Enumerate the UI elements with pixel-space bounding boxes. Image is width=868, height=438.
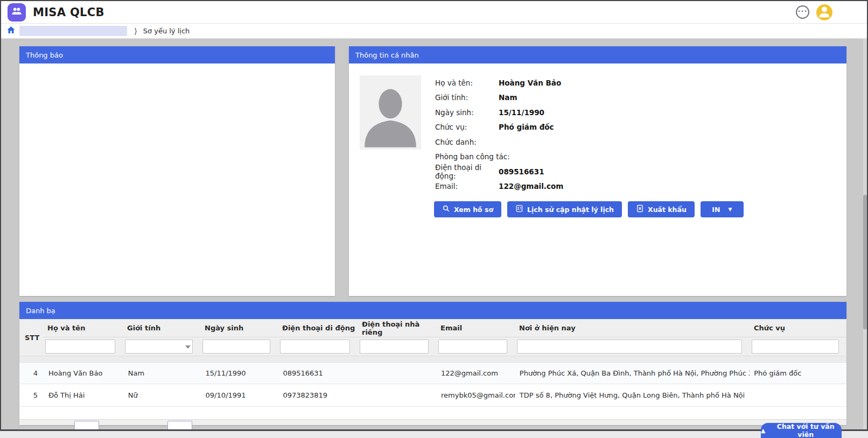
directory-panel-header: Danh bạ — [19, 302, 846, 319]
app-title: MISA QLCB — [33, 6, 104, 19]
breadcrumb-current-page: Sơ yếu lý lịch — [143, 27, 190, 35]
cell-gender: Nữ — [124, 391, 201, 399]
page-size-box[interactable] — [74, 421, 99, 430]
cell-name: Hoàng Văn Bảo — [44, 369, 124, 377]
field-value-email: 122@gmail.com — [499, 182, 563, 190]
column-header-stt: STT — [19, 319, 43, 356]
triangle-up-icon: ▲ — [761, 428, 765, 434]
personal-fields: Họ và tên:Hoàng Văn Bảo Giới tính:Nam Ng… — [435, 75, 563, 194]
field-label: Ngày sinh: — [435, 108, 499, 117]
column-header-gender: Giới tính — [123, 324, 200, 332]
cell-dob: 09/10/1991 — [201, 391, 279, 399]
page-number-box[interactable] — [167, 421, 192, 430]
ellipsis-icon: ··· — [798, 8, 808, 15]
breadcrumb-separator: ⟩ — [134, 26, 137, 36]
top-bar: MISA QLCB ··· — [1, 1, 867, 24]
cell-position: Phó giám đốc — [750, 369, 846, 377]
personal-actions: Xem hồ sơ Lịch sử cập nhật lý lịch — [434, 201, 744, 217]
content-area: Thông báo Thông tin cá nhân Họ v — [1, 39, 867, 429]
mobile-filter-input[interactable] — [280, 340, 350, 354]
personal-info-panel: Thông tin cá nhân Họ và tên:Hoàng Văn Bả… — [349, 46, 846, 296]
vertical-scrollbar[interactable] — [863, 39, 867, 429]
print-button[interactable]: IN ▼ — [701, 201, 744, 217]
column-header-home-phone: Điện thoại nhà riêng — [358, 320, 436, 336]
update-history-button[interactable]: Lịch sử cập nhật lý lịch — [507, 201, 622, 217]
app-window: MISA QLCB ··· ⟩ Sơ yếu lý lịch — [0, 0, 868, 431]
notifications-panel-header: Thông báo — [19, 46, 335, 63]
field-label: Giới tính: — [435, 93, 499, 102]
field-value-position: Phó giám đốc — [499, 123, 554, 131]
breadcrumb-organization[interactable] — [19, 26, 127, 36]
column-header-email: Email — [436, 324, 515, 332]
table-row[interactable]: 4 Hoàng Văn Bảo Nam 15/11/1990 089516631… — [19, 363, 846, 384]
view-profile-button[interactable]: Xem hồ sơ — [434, 201, 501, 217]
more-menu-button[interactable]: ··· — [796, 5, 809, 19]
export-button[interactable]: Xuất khẩu — [628, 201, 695, 217]
cell-name: Đỗ Thị Hải — [44, 391, 124, 399]
breadcrumb: ⟩ Sơ yếu lý lịch — [1, 24, 867, 39]
table-gap-strip — [19, 356, 846, 363]
position-filter-input[interactable] — [752, 340, 839, 354]
dob-filter-input[interactable] — [202, 340, 270, 354]
column-header-name: Họ và tên — [43, 324, 123, 332]
people-icon — [11, 5, 23, 19]
personal-info-panel-header: Thông tin cá nhân — [349, 46, 846, 63]
cell-dob: 15/11/1990 — [201, 369, 279, 377]
field-value-mobile: 089516631 — [499, 167, 544, 176]
field-label: Phòng ban công tác: — [435, 152, 521, 161]
field-label: Chức danh: — [435, 138, 499, 146]
email-filter-input[interactable] — [438, 340, 507, 354]
cell-address: Phường Phúc Xá, Quận Ba Đình, Thành phố … — [515, 369, 750, 377]
field-value-gender: Nam — [499, 93, 517, 102]
field-value-name: Hoàng Văn Bảo — [499, 79, 561, 87]
user-avatar[interactable] — [816, 4, 832, 20]
table-row[interactable]: 5 Đỗ Thị Hải Nữ 09/10/1991 0973823819 re… — [19, 384, 846, 407]
cell-mobile: 0973823819 — [278, 391, 358, 399]
column-header-address: Nơi ở hiện nay — [515, 324, 750, 332]
app-logo — [8, 3, 26, 22]
column-header-dob: Ngày sinh — [200, 324, 278, 332]
directory-table-header: STT Họ và tên Giới tính Ngày sinh Điện t… — [19, 319, 846, 356]
directory-panel: Danh bạ STT Họ và tên Giới tính Ngày sin… — [19, 302, 846, 425]
pagination-strip — [19, 419, 846, 425]
address-filter-input[interactable] — [517, 340, 742, 354]
field-value-dob: 15/11/1990 — [499, 108, 544, 117]
name-filter-input[interactable] — [45, 340, 115, 354]
field-label: Chức vụ: — [435, 123, 499, 131]
caret-down-icon[interactable] — [185, 345, 191, 349]
home-icon[interactable] — [6, 25, 16, 37]
field-label: Điện thoại di động: — [435, 163, 499, 180]
cell-stt: 5 — [19, 391, 44, 399]
cell-address: TDP số 8, Phường Việt Hưng, Quận Long Bi… — [515, 391, 750, 399]
gender-filter-select[interactable] — [125, 340, 193, 354]
excel-icon — [636, 204, 644, 214]
document-icon — [515, 204, 523, 214]
home-phone-filter-input[interactable] — [360, 340, 429, 354]
column-header-position: Chức vụ — [750, 324, 846, 332]
panel-title: Danh bạ — [26, 307, 55, 315]
person-silhouette-icon — [360, 83, 421, 150]
field-label: Email: — [435, 182, 499, 190]
person-icon — [816, 3, 832, 22]
column-header-mobile: Điện thoại di động — [278, 324, 358, 332]
field-label: Họ và tên: — [435, 79, 499, 87]
cell-mobile: 089516631 — [278, 369, 358, 377]
scrollbar-thumb[interactable] — [863, 195, 867, 329]
cell-email: remybk05@gmail.com — [437, 391, 515, 399]
cell-email: 122@gmail.com — [437, 369, 515, 377]
profile-photo-placeholder — [360, 75, 421, 150]
search-icon — [442, 204, 450, 214]
notifications-panel: Thông báo — [19, 46, 335, 296]
panel-title: Thông tin cá nhân — [355, 51, 419, 59]
cell-stt: 4 — [19, 369, 44, 377]
cell-gender: Nam — [124, 369, 201, 377]
panel-title: Thông báo — [26, 51, 63, 59]
caret-down-icon: ▼ — [728, 207, 732, 212]
chat-button[interactable]: ▲ Chat với tư vấn viên — [761, 423, 842, 438]
